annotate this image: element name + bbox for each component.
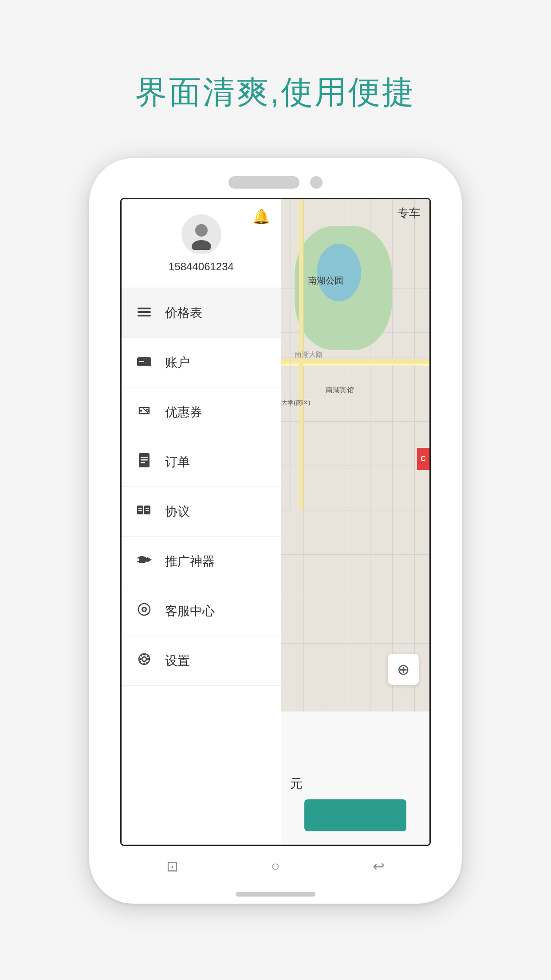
- menu-item-agreement[interactable]: 协议: [122, 487, 281, 537]
- service-label: 客服中心: [165, 603, 215, 620]
- menu-item-coupon[interactable]: 优惠券: [122, 387, 281, 437]
- svg-point-7: [140, 410, 142, 412]
- location-icon: ⊕: [397, 660, 409, 678]
- phone-top-bar: [89, 158, 462, 198]
- settings-label: 设置: [165, 652, 190, 669]
- promo-icon: [136, 553, 153, 569]
- menu-item-promo[interactable]: 推广神器: [122, 537, 281, 586]
- agreement-label: 协议: [165, 503, 190, 520]
- phone-nav-bar: ⊡ ○ ↩: [120, 846, 431, 886]
- menu-item-settings[interactable]: 设置: [122, 636, 281, 686]
- order-label: 订单: [165, 454, 190, 470]
- home-indicator: [236, 892, 315, 897]
- svg-rect-2: [138, 308, 151, 309]
- account-label: 账户: [165, 354, 190, 371]
- svg-rect-3: [138, 311, 151, 313]
- bell-icon[interactable]: 🔔: [252, 208, 270, 225]
- account-icon: [136, 355, 153, 370]
- svg-point-25: [143, 608, 146, 611]
- svg-point-22: [137, 558, 139, 561]
- svg-point-1: [192, 240, 211, 250]
- menu-panel: 🔔 15844061234: [122, 199, 281, 845]
- map-background: 南湖公园 南湖大路 南湖宾馆 大学(南区) 专车 ⊕ 元: [281, 199, 429, 845]
- nav-recent-icon[interactable]: ↩: [373, 858, 385, 875]
- svg-point-0: [195, 224, 208, 237]
- svg-rect-13: [141, 462, 145, 463]
- svg-point-9: [146, 410, 149, 412]
- svg-point-28: [142, 657, 146, 661]
- confirm-button[interactable]: [304, 799, 406, 831]
- map-hotel-label: 南湖宾馆: [326, 386, 354, 395]
- phone-screen: 🔔 15844061234: [120, 198, 431, 846]
- service-icon: [136, 603, 153, 619]
- promo-label: 推广神器: [165, 553, 215, 570]
- nav-home-icon[interactable]: ○: [271, 858, 279, 874]
- svg-marker-21: [147, 557, 152, 562]
- map-park-label: 南湖公园: [308, 275, 343, 287]
- user-phone-number: 15844061234: [169, 261, 234, 273]
- avatar[interactable]: [181, 214, 221, 254]
- svg-rect-12: [141, 459, 148, 461]
- location-button[interactable]: ⊕: [388, 654, 419, 685]
- coupon-label: 优惠券: [165, 404, 202, 421]
- agreement-icon: [136, 504, 153, 519]
- price-list-label: 价格表: [165, 304, 202, 321]
- phone-camera: [310, 176, 323, 189]
- map-lake: [317, 244, 361, 301]
- menu-item-price-list[interactable]: 价格表: [122, 288, 281, 338]
- menu-header: 🔔 15844061234: [122, 199, 281, 288]
- menu-item-order[interactable]: 订单: [122, 437, 281, 487]
- price-text: 元: [281, 775, 303, 792]
- menu-items-list: 价格表 账户: [122, 288, 281, 845]
- nav-back-icon[interactable]: ⊡: [166, 858, 178, 875]
- map-area-label: 大学(南区): [281, 399, 310, 407]
- menu-item-service[interactable]: 客服中心: [122, 586, 281, 636]
- svg-rect-6: [139, 361, 144, 362]
- coupon-icon: [136, 404, 153, 420]
- map-panel: 南湖公园 南湖大路 南湖宾馆 大学(南区) 专车 ⊕ 元: [281, 199, 429, 845]
- map-bottom-card: 元: [281, 711, 429, 845]
- menu-item-account[interactable]: 账户: [122, 338, 281, 387]
- svg-rect-4: [138, 315, 151, 316]
- map-road-label: 南湖大路: [295, 350, 323, 360]
- page-title: 界面清爽,使用便捷: [135, 71, 416, 114]
- settings-icon: [136, 652, 153, 669]
- map-tab-label[interactable]: 专车: [398, 205, 421, 221]
- price-list-icon: [136, 305, 153, 320]
- phone-shell: 🔔 15844061234: [89, 158, 462, 904]
- order-icon: [136, 453, 153, 470]
- svg-rect-11: [141, 457, 148, 458]
- phone-speaker: [228, 176, 299, 189]
